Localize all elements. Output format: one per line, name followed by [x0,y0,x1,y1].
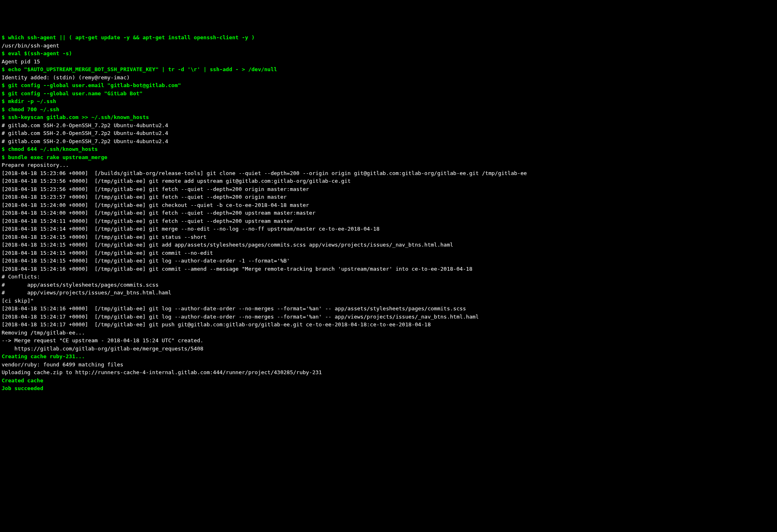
prompt: $ [2,154,8,160]
terminal-line: [2018-04-18 15:24:00 +0000] [/tmp/gitlab… [2,201,775,209]
output-text: # gitlab.com SSH-2.0-OpenSSH_7.2p2 Ubunt… [2,138,168,144]
terminal-line: # app/assets/stylesheets/pages/commits.s… [2,281,775,289]
command-text: git config --global user.name "GitLab Bo… [8,90,143,97]
command-text: ssh-keyscan gitlab.com >> ~/.ssh/known_h… [8,114,149,120]
terminal-line: Removing /tmp/gitlab-ee... [2,329,775,337]
terminal-line: $ eval $(ssh-agent -s) [2,49,775,58]
prompt: $ [2,90,8,97]
output-text: Prepare repository... [2,162,69,168]
output-text: Uploading cache.zip to http://runners-ca… [2,369,322,375]
terminal-line: Job succeeded [2,384,775,393]
command-text: which ssh-agent || ( apt-get update -y &… [8,34,255,40]
status-text: Created cache [2,377,43,384]
terminal-line: Uploading cache.zip to http://runners-ca… [2,368,775,377]
terminal-line: https://gitlab.com/gitlab-org/gitlab-ee/… [2,345,775,353]
command-text: echo "$AUTO_UPSTREAM_MERGE_BOT_SSH_PRIVA… [8,66,277,72]
output-text: [2018-04-18 15:23:06 +0000] [/builds/git… [2,170,527,176]
prompt: $ [2,34,8,40]
output-text: [2018-04-18 15:24:11 +0000] [/tmp/gitlab… [2,218,293,224]
terminal-output[interactable]: $ which ssh-agent || ( apt-get update -y… [2,34,775,393]
terminal-line: [2018-04-18 15:24:17 +0000] [/tmp/gitlab… [2,321,775,329]
terminal-line: vendor/ruby: found 6499 matching files [2,361,775,369]
terminal-line: /usr/bin/ssh-agent [2,42,775,50]
output-text: [2018-04-18 15:24:16 +0000] [/tmp/gitlab… [2,305,466,312]
output-text: [2018-04-18 15:24:15 +0000] [/tmp/gitlab… [2,250,213,256]
terminal-line: Creating cache ruby-231... [2,352,775,361]
terminal-line: $ chmod 644 ~/.ssh/known_hosts [2,145,775,153]
status-text: Creating cache ruby-231... [2,353,85,359]
terminal-line: $ which ssh-agent || ( apt-get update -y… [2,34,775,42]
terminal-line: $ mkdir -p ~/.ssh [2,97,775,106]
terminal-line: [ci skip]" [2,297,775,305]
terminal-line: $ echo "$AUTO_UPSTREAM_MERGE_BOT_SSH_PRI… [2,65,775,74]
output-text: [2018-04-18 15:24:17 +0000] [/tmp/gitlab… [2,321,431,328]
command-text: eval $(ssh-agent -s) [8,50,72,56]
terminal-line: # Conflicts: [2,273,775,281]
terminal-line: [2018-04-18 15:24:15 +0000] [/tmp/gitlab… [2,257,775,265]
output-text: [ci skip]" [2,298,34,304]
terminal-line: # gitlab.com SSH-2.0-OpenSSH_7.2p2 Ubunt… [2,129,775,137]
terminal-line: Prepare repository... [2,161,775,169]
terminal-line: [2018-04-18 15:24:16 +0000] [/tmp/gitlab… [2,265,775,273]
output-text: Agent pid 15 [2,58,40,65]
output-text: [2018-04-18 15:24:00 +0000] [/tmp/gitlab… [2,202,309,208]
prompt: $ [2,146,8,152]
terminal-line: [2018-04-18 15:23:56 +0000] [/tmp/gitlab… [2,177,775,185]
output-text: [2018-04-18 15:23:57 +0000] [/tmp/gitlab… [2,194,287,200]
terminal-line: [2018-04-18 15:24:15 +0000] [/tmp/gitlab… [2,249,775,257]
output-text: [2018-04-18 15:24:15 +0000] [/tmp/gitlab… [2,234,207,240]
terminal-line: [2018-04-18 15:24:16 +0000] [/tmp/gitlab… [2,305,775,313]
command-text: chmod 700 ~/.ssh [8,106,59,112]
output-text: [2018-04-18 15:23:56 +0000] [/tmp/gitlab… [2,178,351,184]
status-text: Job succeeded [2,385,43,391]
output-text: https://gitlab.com/gitlab-org/gitlab-ee/… [2,346,203,352]
output-text: # gitlab.com SSH-2.0-OpenSSH_7.2p2 Ubunt… [2,130,168,136]
terminal-line: $ git config --global user.email "gitlab… [2,81,775,90]
terminal-line: # app/views/projects/issues/_nav_btns.ht… [2,289,775,297]
command-text: chmod 644 ~/.ssh/known_hosts [8,146,98,152]
output-text: Identity added: (stdin) (remy@remy-imac) [2,74,130,81]
output-text: Removing /tmp/gitlab-ee... [2,330,85,336]
terminal-line: [2018-04-18 15:23:57 +0000] [/tmp/gitlab… [2,193,775,201]
terminal-line: $ ssh-keyscan gitlab.com >> ~/.ssh/known… [2,113,775,121]
prompt: $ [2,114,8,120]
terminal-line: [2018-04-18 15:23:56 +0000] [/tmp/gitlab… [2,185,775,193]
output-text: [2018-04-18 15:23:56 +0000] [/tmp/gitlab… [2,186,309,192]
terminal-line: [2018-04-18 15:24:11 +0000] [/tmp/gitlab… [2,217,775,225]
terminal-line: [2018-04-18 15:24:00 +0000] [/tmp/gitlab… [2,209,775,217]
prompt: $ [2,98,8,104]
terminal-line: [2018-04-18 15:24:14 +0000] [/tmp/gitlab… [2,225,775,233]
output-text: --> Merge request "CE upstream - 2018-04… [2,337,203,343]
terminal-line: [2018-04-18 15:24:15 +0000] [/tmp/gitlab… [2,233,775,241]
output-text: [2018-04-18 15:24:15 +0000] [/tmp/gitlab… [2,258,290,264]
output-text: # app/assets/stylesheets/pages/commits.s… [2,282,159,288]
output-text: # gitlab.com SSH-2.0-OpenSSH_7.2p2 Ubunt… [2,122,168,128]
output-text: [2018-04-18 15:24:00 +0000] [/tmp/gitlab… [2,210,315,216]
output-text: vendor/ruby: found 6499 matching files [2,361,123,368]
output-text: # Conflicts: [2,274,40,280]
terminal-line: # gitlab.com SSH-2.0-OpenSSH_7.2p2 Ubunt… [2,137,775,146]
terminal-line: [2018-04-18 15:24:15 +0000] [/tmp/gitlab… [2,241,775,249]
terminal-line: Created cache [2,377,775,385]
prompt: $ [2,106,8,112]
terminal-line: # gitlab.com SSH-2.0-OpenSSH_7.2p2 Ubunt… [2,121,775,130]
output-text: [2018-04-18 15:24:14 +0000] [/tmp/gitlab… [2,226,380,232]
terminal-line: $ chmod 700 ~/.ssh [2,106,775,114]
output-text: [2018-04-18 15:24:15 +0000] [/tmp/gitlab… [2,242,453,248]
output-text: # app/views/projects/issues/_nav_btns.ht… [2,290,171,296]
output-text: [2018-04-18 15:24:17 +0000] [/tmp/gitlab… [2,314,479,320]
prompt: $ [2,82,8,88]
terminal-line: Agent pid 15 [2,58,775,66]
terminal-line: [2018-04-18 15:23:06 +0000] [/builds/git… [2,169,775,177]
output-text: /usr/bin/ssh-agent [2,43,59,49]
prompt: $ [2,66,8,72]
terminal-line: [2018-04-18 15:24:17 +0000] [/tmp/gitlab… [2,313,775,321]
command-text: mkdir -p ~/.ssh [8,98,56,104]
command-text: git config --global user.email "gitlab-b… [8,82,181,88]
command-text: bundle exec rake upstream_merge [8,154,108,160]
terminal-line: $ bundle exec rake upstream_merge [2,153,775,162]
terminal-line: $ git config --global user.name "GitLab … [2,90,775,98]
output-text: [2018-04-18 15:24:16 +0000] [/tmp/gitlab… [2,266,473,272]
terminal-line: Identity added: (stdin) (remy@remy-imac) [2,74,775,82]
prompt: $ [2,50,8,56]
